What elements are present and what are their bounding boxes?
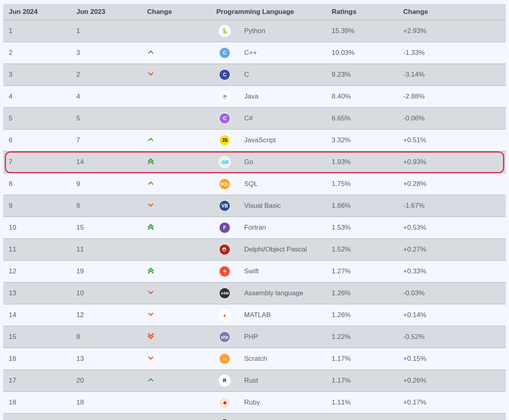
cell-change	[142, 348, 211, 370]
cell-language-icon: F	[211, 217, 239, 239]
programming-language-ranking-table: Jun 2024 Jun 2023 Change Programming Lan…	[3, 4, 506, 420]
cell-rank-current: 15	[3, 326, 71, 348]
cell-change	[142, 392, 211, 414]
cell-rank-previous: 2	[71, 64, 142, 86]
cell-language-icon: K	[211, 414, 239, 420]
cell-language-name: Assembly language	[239, 283, 326, 304]
cell-delta: +0.26%	[398, 370, 506, 392]
cell-delta: +0.93%	[398, 151, 506, 173]
cell-ratings: 1.17%	[326, 348, 398, 370]
cell-language-name: C	[239, 64, 326, 86]
cell-ratings: 1.27%	[326, 261, 398, 283]
cell-language-name: Fortran	[239, 217, 326, 239]
cell-ratings: 8.40%	[326, 86, 398, 108]
cell-delta: +0.50%	[398, 414, 506, 420]
table-row: 1 1 🐍 Python 15.39% +2.93%	[3, 20, 506, 42]
table-body: 1 1 🐍 Python 15.39% +2.93% 2 3 C C++ 10.…	[3, 20, 506, 420]
col-header-delta[interactable]: Change	[398, 4, 506, 20]
cell-rank-current: 11	[3, 239, 71, 261]
table-row: 12 19 ✦ Swift 1.27% +0.33%	[3, 261, 506, 283]
cell-change	[142, 20, 211, 42]
cell-change	[142, 173, 211, 195]
cell-change	[142, 304, 211, 326]
table-row: 6 7 JS JavaScript 3.32% +0.51%	[3, 130, 506, 151]
cell-rank-current: 17	[3, 370, 71, 392]
cell-ratings: 1.22%	[326, 326, 398, 348]
table-row: 13 10 ASM Assembly language 1.26% -0.03%	[3, 283, 506, 304]
cell-rank-previous: 7	[71, 130, 142, 151]
cell-delta: +0.51%	[398, 130, 506, 151]
cell-rank-previous: 12	[71, 304, 142, 326]
python-icon: 🐍	[219, 25, 231, 37]
table-row: 3 2 C C 9.23% -3.14%	[3, 64, 506, 86]
cell-delta: +0.53%	[398, 217, 506, 239]
cell-rank-current: 18	[3, 392, 71, 414]
cell-delta: +0.15%	[398, 348, 506, 370]
col-header-rank-current[interactable]: Jun 2024	[3, 4, 71, 20]
cell-rank-current: 4	[3, 86, 71, 108]
asm-icon: ASM	[219, 287, 231, 299]
cell-rank-previous: 29	[71, 414, 142, 420]
double-chevron-up-icon	[147, 158, 154, 165]
chevron-down-icon	[147, 290, 154, 295]
cell-language-icon: VB	[211, 195, 239, 217]
cell-delta: +0.33%	[398, 261, 506, 283]
col-header-language[interactable]: Programming Language	[211, 4, 326, 20]
cell-rank-previous: 6	[71, 195, 142, 217]
cell-language-name: C++	[239, 42, 326, 64]
cell-language-icon: -GO	[211, 151, 239, 173]
cell-delta: +0.17%	[398, 392, 506, 414]
cell-language-name: Python	[239, 20, 326, 42]
cpp-icon: C	[219, 47, 231, 59]
cell-change	[142, 217, 211, 239]
cell-language-name: C#	[239, 108, 326, 130]
cell-ratings: 1.26%	[326, 283, 398, 304]
cell-delta: -0.03%	[398, 283, 506, 304]
cell-language-icon: ☕	[211, 86, 239, 108]
cell-language-icon: ▭	[211, 348, 239, 370]
cell-rank-current: 7	[3, 151, 71, 173]
cell-ratings: 1.26%	[326, 304, 398, 326]
cell-rank-previous: 1	[71, 20, 142, 42]
double-chevron-up-icon	[147, 267, 154, 274]
cell-delta: -0.06%	[398, 108, 506, 130]
cell-language-icon: R	[211, 370, 239, 392]
cell-language-name: Rust	[239, 370, 326, 392]
cell-change	[142, 414, 211, 420]
cell-language-icon: ◆	[211, 392, 239, 414]
cell-language-icon: C	[211, 108, 239, 130]
table-row: 19 29 K Kotlin 1.01% +0.50%	[3, 414, 506, 420]
cell-change	[142, 283, 211, 304]
table-row: 2 3 C C++ 10.03% -1.33%	[3, 42, 506, 64]
cell-delta: +0.14%	[398, 304, 506, 326]
rust-icon: R	[219, 375, 231, 387]
cell-change	[142, 195, 211, 217]
cell-language-name: Kotlin	[239, 414, 326, 420]
cell-delta: -1.67%	[398, 195, 506, 217]
cell-language-icon: 🐍	[211, 20, 239, 42]
col-header-ratings[interactable]: Ratings	[326, 4, 398, 20]
cell-ratings: 15.39%	[326, 20, 398, 42]
cell-change	[142, 86, 211, 108]
col-header-rank-previous[interactable]: Jun 2023	[71, 4, 142, 20]
table-row: 9 6 VB Visual Basic 1.66% -1.67%	[3, 195, 506, 217]
cell-change	[142, 239, 211, 261]
go-icon: -GO	[219, 156, 231, 168]
cell-language-icon: ⛑	[211, 239, 239, 261]
cell-language-icon: ASM	[211, 283, 239, 304]
chevron-up-icon	[147, 377, 154, 383]
col-header-change[interactable]: Change	[142, 4, 211, 20]
table-row: 7 14 -GO Go 1.93% +0.93%	[3, 151, 506, 173]
cell-ratings: 1.01%	[326, 414, 398, 420]
cell-change	[142, 130, 211, 151]
cell-rank-previous: 11	[71, 239, 142, 261]
chevron-up-icon	[147, 137, 154, 142]
cell-change	[142, 370, 211, 392]
cell-rank-current: 8	[3, 173, 71, 195]
chevron-down-icon	[147, 312, 154, 317]
cell-change	[142, 326, 211, 348]
chevron-up-icon	[147, 49, 154, 55]
cell-delta: -0.52%	[398, 326, 506, 348]
cell-rank-current: 16	[3, 348, 71, 370]
cell-language-name: Java	[239, 86, 326, 108]
